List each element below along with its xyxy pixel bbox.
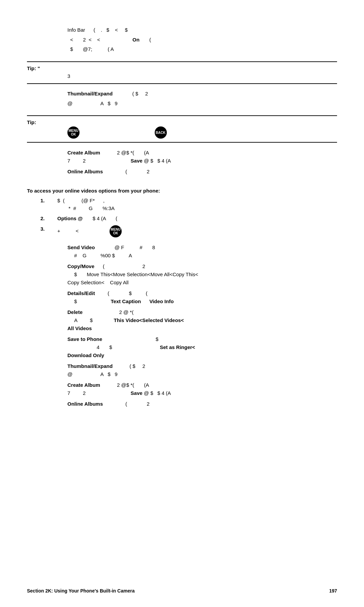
copy-move-label: Copy/Move <box>67 263 94 269</box>
info-bar-section: Info Bar ( . $ < $ < 2 < < On ( $ <box>27 20 337 62</box>
info-bar-line2: < 2 < < On ( <box>67 36 337 44</box>
delete-label: Delete <box>67 309 83 315</box>
info-bar-on: On <box>132 37 140 42</box>
tip2-section: Tip: MENUOK BACK <box>27 116 337 143</box>
details-edit-line2: $ Text Caption Video Info <box>67 297 337 306</box>
thumbnail-line1: Thumbnail/Expand ( $ 2 <box>67 90 337 98</box>
send-video-label: Send Video <box>67 244 95 250</box>
footer-right: 197 <box>329 588 337 594</box>
create-album-row: Create Album 2 @$ *( (A 7 2 Save @ $ $ 4… <box>67 149 337 165</box>
main-options-section: Create Album 2 @$ *( (A 7 2 Save @ $ $ 4… <box>27 143 337 184</box>
step-3: 3. + < MENUOK <box>40 225 337 237</box>
options-section: Send Video @ F # 8 # G %00 $ A Copy/Move… <box>27 240 337 414</box>
save-to-phone-line2: 4 $ Set as Ringer< <box>67 343 337 351</box>
download-only-label: Download Only <box>67 351 337 359</box>
step-1-num: 1. <box>40 197 57 212</box>
info-bar-line3: $ @7; ( A <box>67 46 337 53</box>
info-bar-line1: Info Bar ( . $ < $ <box>67 26 337 34</box>
online-albums2-label: Online Albums <box>67 401 103 407</box>
details-edit-label: Details/Edit <box>67 290 95 296</box>
send-video-line2: # G %00 $ A <box>67 252 337 260</box>
tip2-label: Tip: <box>27 119 337 125</box>
step-1-content: $ ( (@ F* , * # G %:3A <box>57 197 337 212</box>
thumbnail2-label: Thumbnail/Expand <box>67 363 113 369</box>
step-3-content: + < MENUOK <box>57 225 337 237</box>
page-footer: Section 2K: Using Your Phone's Built-in … <box>27 588 337 594</box>
menu-ok-badge: MENUOK <box>67 126 80 139</box>
page-content: Info Bar ( . $ < $ < 2 < < On ( $ <box>27 20 337 414</box>
info-bar-label: Info Bar <box>67 27 85 33</box>
tip1-content: 3 <box>27 73 337 80</box>
tip1-section: Tip: " 3 <box>27 62 337 84</box>
delete-line3: All Videos <box>67 324 337 333</box>
send-video-row: Send Video @ F # 8 # G %00 $ A <box>67 243 337 260</box>
online-albums-label: Online Albums <box>67 169 103 174</box>
menu-ok-badge-2: MENUOK <box>110 225 122 237</box>
step-1: 1. $ ( (@ F* , * # G %:3A <box>40 197 337 212</box>
thumbnail2-line2: @ A $ 9 <box>67 370 337 378</box>
copy-move-row: Copy/Move ( 2 $ Move This<Move Selection… <box>67 262 337 287</box>
access-header: To access your online videos options fro… <box>27 188 337 194</box>
create-album2-line2: 7 2 Save @ $ $ 4 (A <box>67 389 337 397</box>
create-album2-row: Create Album 2 @$ *( (A 7 2 Save @ $ $ 4… <box>67 381 337 397</box>
tip2-content: MENUOK BACK <box>27 126 337 139</box>
save-to-phone-label: Save to Phone <box>67 336 102 342</box>
tip1-label: Tip: " <box>27 65 337 71</box>
save-to-phone-row: Save to Phone $ 4 $ Set as Ringer< <box>67 335 337 359</box>
thumbnail-line2: @ A $ 9 <box>67 100 337 108</box>
thumbnail-label: Thumbnail/Expand <box>67 91 113 96</box>
online-albums2-row: Online Albums ( 2 <box>67 400 337 408</box>
delete-line2: A $ This Video<Selected Videos< <box>67 316 337 324</box>
create-album2-label: Create Album <box>67 382 100 388</box>
numbered-steps: 1. $ ( (@ F* , * # G %:3A 2. Options @ $… <box>40 197 337 237</box>
step-2-content: Options @ $ 4 (A ( <box>57 215 337 223</box>
delete-row: Delete 2 @ *( A $ This Video<Selected Vi… <box>67 308 337 333</box>
copy-move-line3: Copy Selection< Copy All <box>67 279 337 287</box>
thumbnail2-row: Thumbnail/Expand ( $ 2 @ A $ 9 <box>67 362 337 378</box>
footer-left: Section 2K: Using Your Phone's Built-in … <box>27 588 134 594</box>
details-edit-row: Details/Edit ( $ ( $ Text Caption Video … <box>67 289 337 306</box>
create-album-label: Create Album <box>67 150 100 155</box>
copy-move-line2: $ Move This<Move Selection<Move All<Copy… <box>67 270 337 279</box>
back-badge: BACK <box>155 126 167 139</box>
step-3-num: 3. <box>40 225 57 237</box>
step-2: 2. Options @ $ 4 (A ( <box>40 215 337 223</box>
thumbnail-section: Thumbnail/Expand ( $ 2 @ A $ 9 <box>27 84 337 116</box>
step-2-num: 2. <box>40 215 57 223</box>
online-albums-row: Online Albums ( 2 <box>67 168 337 176</box>
